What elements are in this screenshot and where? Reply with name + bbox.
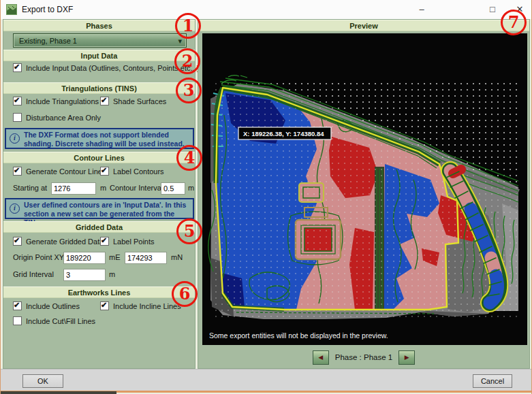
include-cutfill-lines-label: Include Cut\Fill Lines <box>26 317 95 325</box>
title-bar: Export to DXF – □ ✕ <box>1 0 531 19</box>
include-input-data-checkbox[interactable]: ✔ Include Input Data (Outlines, Contours… <box>13 63 199 72</box>
phase-next-button[interactable]: ▶ <box>398 350 415 365</box>
annotation-circle-4: 4 <box>176 145 202 171</box>
label-points-label: Label Points <box>113 237 155 246</box>
ok-button[interactable]: OK <box>22 374 63 388</box>
origin-east-input[interactable] <box>63 252 106 264</box>
generate-gridded-data-label: Generate Gridded Data <box>26 237 104 246</box>
disturbance-area-checkbox[interactable]: ✔ Disturbance Area Only <box>13 113 101 122</box>
preview-canvas[interactable]: X: 189226.38, Y: 174380.84 Some export e… <box>202 33 527 345</box>
app-icon <box>6 4 17 15</box>
label-contours-label: Label Contours <box>113 167 164 176</box>
preview-map: X: 189226.38, Y: 174380.84 Some export e… <box>202 33 527 345</box>
contour-interval-unit: m <box>188 184 194 192</box>
annotation-circle-3: 3 <box>176 78 202 103</box>
annotation-circle-7: 7 <box>501 10 527 35</box>
origin-north-input[interactable] <box>125 252 167 264</box>
grid-interval-unit: m <box>109 270 115 278</box>
svg-text:X: 189226.38, Y: 174380.84: X: 189226.38, Y: 174380.84 <box>243 130 324 137</box>
map-cursor-tooltip: X: 189226.38, Y: 174380.84 <box>238 127 331 139</box>
check-icon: ✔ <box>101 301 107 310</box>
phases-dropdown[interactable]: Existing, Phase 1 ▾ <box>13 33 187 48</box>
phase-navigator: ◀ Phase : Phase 1 ▶ <box>198 345 529 370</box>
annotation-circle-1: 1 <box>175 13 201 39</box>
starting-at-input[interactable] <box>51 182 96 195</box>
check-icon: ✔ <box>14 301 20 310</box>
include-input-data-label: Include Input Data (Outlines, Contours, … <box>26 64 199 72</box>
info-icon: i <box>10 133 20 144</box>
starting-at-unit: m <box>100 184 106 192</box>
triangulations-header: Triangulations (TINS) <box>3 82 195 94</box>
phase-prev-button[interactable]: ◀ <box>313 350 329 365</box>
generate-gridded-data-checkbox[interactable]: ✔ Generate Gridded Data <box>13 237 104 246</box>
generate-contour-lines-label: Generate Contour Lines <box>26 167 106 176</box>
disturbance-area-label: Disturbance Area Only <box>26 114 101 122</box>
include-outlines-label: Include Outlines <box>26 302 80 310</box>
include-triangulations-checkbox[interactable]: ✔ Include Triangulations <box>13 97 99 105</box>
check-icon: ✔ <box>14 166 20 175</box>
arrow-right-icon: ▶ <box>405 354 409 361</box>
phases-header: Phases <box>3 20 195 31</box>
phases-dropdown-value: Existing, Phase 1 <box>19 37 77 45</box>
shading-info-box: i The DXF Format does not support blende… <box>5 128 194 149</box>
include-incline-lines-label: Include Incline Lines <box>113 302 181 310</box>
contours-info-box: i User defined contours are in 'Input Da… <box>5 198 194 219</box>
contour-interval-input[interactable] <box>161 182 185 195</box>
label-contours-checkbox[interactable]: ✔ Label Contours <box>100 167 164 176</box>
footer-bar: OK Cancel <box>1 369 532 391</box>
annotation-circle-5: 5 <box>176 218 202 244</box>
origin-east-unit: mE <box>109 253 121 261</box>
window-title: Export to DXF <box>22 5 73 14</box>
origin-north-unit: mN <box>171 253 183 261</box>
check-icon: ✔ <box>14 236 20 245</box>
include-incline-lines-checkbox[interactable]: ✔ Include Incline Lines <box>100 301 181 310</box>
preview-header: Preview <box>198 20 529 31</box>
phase-label: Phase : Phase 1 <box>335 353 392 361</box>
info-icon: i <box>10 203 20 214</box>
shade-surfaces-label: Shade Surfaces <box>113 97 166 105</box>
generate-contour-lines-checkbox[interactable]: ✔ Generate Contour Lines <box>13 167 106 176</box>
gridded-data-header: Gridded Data <box>3 221 195 233</box>
check-icon: ✔ <box>101 96 107 105</box>
grid-interval-input[interactable] <box>63 269 106 281</box>
shade-surfaces-checkbox[interactable]: ✔ Shade Surfaces <box>100 97 166 105</box>
include-cutfill-lines-checkbox[interactable]: ✔ Include Cut\Fill Lines <box>13 316 95 325</box>
input-data-header: Input Data <box>3 50 195 61</box>
include-triangulations-label: Include Triangulations <box>26 97 99 105</box>
annotation-circle-2: 2 <box>174 48 200 74</box>
contour-interval-label: Contour Interval <box>110 184 163 192</box>
check-icon: ✔ <box>101 166 107 175</box>
grid-interval-label: Grid Interval <box>13 270 54 278</box>
shading-info-text: The DXF Format does not support blended … <box>24 131 185 148</box>
settings-panel: Phases Existing, Phase 1 ▾ Input Data ✔ … <box>3 19 195 369</box>
minimize-icon[interactable]: – <box>408 0 435 19</box>
check-icon: ✔ <box>14 63 20 71</box>
background-artifact <box>1 391 116 394</box>
export-to-dxf-dialog: Export to DXF – □ ✕ Phases Existing, Pha… <box>0 0 532 394</box>
starting-at-label: Starting at <box>13 184 47 192</box>
dialog-content: Phases Existing, Phase 1 ▾ Input Data ✔ … <box>1 19 532 369</box>
preview-panel: Preview <box>198 19 530 369</box>
check-icon: ✔ <box>14 96 20 105</box>
preview-notice: Some export entities will not be display… <box>209 331 388 340</box>
earthworks-header: Earthworks Lines <box>3 286 195 298</box>
include-outlines-checkbox[interactable]: ✔ Include Outlines <box>13 301 80 310</box>
check-icon: ✔ <box>101 236 107 245</box>
arrow-left-icon: ◀ <box>318 354 323 361</box>
cancel-button[interactable]: Cancel <box>473 374 512 388</box>
contour-lines-header: Contour Lines <box>3 152 195 163</box>
origin-point-label: Origin Point XY <box>13 253 64 261</box>
annotation-circle-6: 6 <box>172 281 198 307</box>
label-points-checkbox[interactable]: ✔ Label Points <box>100 237 155 246</box>
